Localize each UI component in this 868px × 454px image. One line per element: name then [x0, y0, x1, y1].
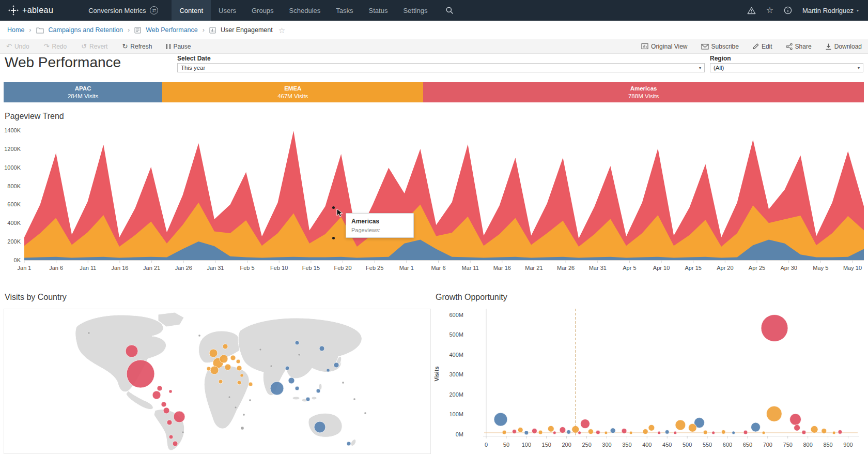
svg-text:Feb 10: Feb 10	[270, 265, 288, 271]
original-view-icon	[641, 43, 648, 50]
svg-text:350: 350	[622, 442, 631, 448]
region-filter-select[interactable]: (All) ▾	[710, 63, 863, 72]
nav-tab-tasks[interactable]: Tasks	[328, 0, 361, 21]
svg-text:600: 600	[723, 442, 732, 448]
top-nav: +ableau Conversion Metrics ⇄ Content Use…	[0, 0, 868, 21]
svg-text:200K: 200K	[7, 238, 21, 245]
share-button[interactable]: Share	[786, 43, 812, 50]
site-name: Conversion Metrics	[88, 7, 146, 14]
svg-text:Apr 20: Apr 20	[717, 265, 733, 271]
svg-text:Jan 16: Jan 16	[111, 265, 128, 271]
svg-text:Feb 15: Feb 15	[302, 265, 320, 271]
refresh-button[interactable]: ↻ Refresh	[122, 43, 152, 50]
breadcrumb: Home › Campaigns and Retention › Web Per…	[0, 21, 868, 39]
warning-triangle-icon	[747, 7, 756, 14]
svg-text:550: 550	[703, 442, 712, 448]
redo-icon: ↷	[44, 43, 50, 50]
pencil-icon	[752, 43, 759, 50]
svg-text:Mar 1: Mar 1	[399, 265, 414, 271]
region-visits-banner: APAC 284M Visits EMEA 467M Visits Americ…	[4, 82, 864, 102]
original-view-button[interactable]: Original View	[641, 43, 687, 50]
svg-text:250: 250	[582, 442, 591, 448]
svg-text:Mar 31: Mar 31	[589, 265, 607, 271]
svg-text:Apr 15: Apr 15	[685, 265, 702, 271]
growth-opportunity-chart[interactable]: 0M100M200M300M400M500M600M05010015020025…	[431, 290, 868, 454]
favorite-star-toggle[interactable]: ☆	[278, 26, 285, 34]
nav-tab-content[interactable]: Content	[172, 0, 211, 21]
tableau-logo-icon	[8, 5, 19, 16]
highlighted-mark[interactable]	[332, 237, 335, 239]
svg-text:Mar 11: Mar 11	[461, 265, 478, 271]
undo-button[interactable]: ↶ Undo	[6, 43, 29, 50]
visits-by-country-title: Visits by Country	[5, 293, 67, 302]
nav-tab-status[interactable]: Status	[361, 0, 396, 21]
svg-text:200: 200	[562, 442, 571, 448]
svg-text:1400K: 1400K	[4, 127, 21, 133]
banner-segment-americas[interactable]: Americas 788M Visits	[423, 82, 863, 102]
subscribe-button[interactable]: Subscribe	[701, 43, 739, 50]
svg-text:Mar 26: Mar 26	[557, 265, 575, 271]
svg-text:Jan 31: Jan 31	[207, 265, 224, 271]
breadcrumb-separator: ›	[128, 26, 130, 34]
help-button[interactable]	[784, 6, 792, 14]
brand-wordmark: +ableau	[22, 6, 53, 15]
svg-text:May 5: May 5	[813, 265, 828, 271]
dashboard-title: Web Performance	[5, 54, 121, 71]
svg-text:300M: 300M	[449, 371, 463, 377]
nav-tab-schedules[interactable]: Schedules	[282, 0, 329, 21]
view-icon	[209, 27, 216, 34]
envelope-icon	[701, 43, 709, 50]
site-switcher[interactable]: Conversion Metrics ⇄	[88, 0, 158, 21]
redo-button[interactable]: ↷ Redo	[44, 43, 67, 50]
user-menu[interactable]: Martin Rodriguez ▾	[802, 7, 859, 14]
svg-text:100: 100	[522, 442, 531, 448]
pageview-trend-chart[interactable]: 0K200K400K600K800K1000K1200K1400KJan 1Ja…	[0, 122, 868, 273]
alerts-button[interactable]	[747, 7, 756, 14]
date-filter-select[interactable]: This year ▾	[177, 63, 705, 72]
primary-nav: Content Users Groups Schedules Tasks Sta…	[172, 0, 435, 21]
breadcrumb-project[interactable]: Campaigns and Retention	[49, 26, 123, 34]
svg-text:500M: 500M	[449, 331, 463, 338]
chevron-down-icon: ▾	[858, 66, 860, 70]
svg-text:Mar 21: Mar 21	[525, 265, 542, 271]
search-icon	[445, 6, 454, 14]
svg-text:700: 700	[763, 442, 772, 448]
svg-text:600K: 600K	[7, 201, 21, 207]
highlighted-mark[interactable]	[332, 206, 335, 209]
svg-text:Feb 25: Feb 25	[366, 265, 383, 271]
svg-text:Feb 20: Feb 20	[334, 265, 351, 271]
svg-text:1200K: 1200K	[4, 146, 21, 152]
svg-text:800: 800	[803, 442, 812, 448]
edit-button[interactable]: Edit	[752, 43, 772, 50]
pause-button[interactable]: Pause	[166, 43, 191, 50]
nav-tab-settings[interactable]: Settings	[395, 0, 435, 21]
favorites-button[interactable]: ☆	[766, 6, 773, 14]
nav-tab-groups[interactable]: Groups	[244, 0, 282, 21]
chart-tooltip: Americas Pageviews:	[346, 213, 414, 238]
info-circle-icon	[784, 6, 792, 14]
nav-tab-users[interactable]: Users	[211, 0, 244, 21]
tooltip-metric: Pageviews:	[351, 227, 408, 233]
svg-text:Apr 25: Apr 25	[749, 265, 765, 271]
visits-by-country-map[interactable]	[4, 309, 431, 454]
svg-text:Jan 6: Jan 6	[49, 265, 63, 271]
svg-text:850: 850	[823, 442, 832, 448]
view-toolbar: ↶ Undo ↷ Redo ↺ Revert ↻ Refresh Pause O…	[0, 39, 868, 54]
revert-button[interactable]: ↺ Revert	[81, 43, 107, 50]
svg-text:0: 0	[485, 442, 488, 448]
svg-text:Jan 21: Jan 21	[143, 265, 160, 271]
site-switcher-icon: ⇄	[150, 6, 158, 14]
breadcrumb-workbook[interactable]: Web Performance	[146, 26, 198, 34]
banner-segment-apac[interactable]: APAC 284M Visits	[4, 82, 162, 102]
download-button[interactable]: Download	[825, 43, 862, 50]
chevron-down-icon: ▾	[699, 66, 701, 70]
tooltip-region: Americas	[351, 218, 408, 225]
svg-text:Mar 6: Mar 6	[431, 265, 445, 271]
toolbar-right-group: Original View Subscribe Edit Share	[628, 43, 862, 50]
svg-text:50: 50	[503, 442, 509, 448]
search-button[interactable]	[439, 0, 460, 21]
breadcrumb-home[interactable]: Home	[7, 26, 24, 34]
workbook-icon	[134, 27, 141, 34]
tableau-logo[interactable]: +ableau	[0, 0, 61, 21]
banner-segment-emea[interactable]: EMEA 467M Visits	[162, 82, 423, 102]
